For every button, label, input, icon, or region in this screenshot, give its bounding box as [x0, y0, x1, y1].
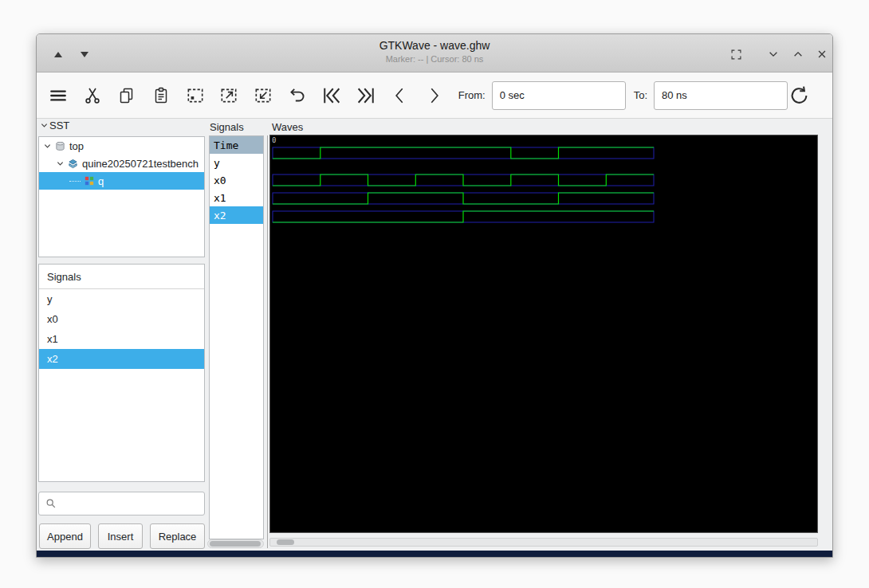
action-buttons: Append Insert Replace: [39, 523, 205, 549]
search-input[interactable]: [57, 492, 204, 515]
signals-frame-label: Signals: [210, 121, 244, 133]
titlebar[interactable]: GTKWave - wave.ghw Marker: -- | Cursor: …: [37, 34, 832, 73]
collapse-chevron-icon: [41, 122, 48, 129]
insert-button[interactable]: Insert: [98, 523, 143, 549]
copy-icon: [117, 86, 136, 105]
marker-cursor-status: Marker: -- | Cursor: 80 ns: [37, 54, 832, 64]
signals-list-header: Signals: [39, 265, 204, 289]
wave-row-label-x2[interactable]: x2: [210, 206, 263, 224]
svg-text:0: 0: [272, 136, 276, 144]
from-label: From:: [458, 89, 486, 101]
zoom-fit-icon: [185, 85, 206, 106]
zoom-out-icon: [253, 85, 273, 106]
list-item-x2[interactable]: x2: [39, 349, 204, 369]
cut-button[interactable]: [81, 82, 104, 109]
chevron-up-icon[interactable]: [791, 47, 805, 61]
skip-to-end-button[interactable]: [354, 82, 377, 109]
scrollbar-thumb[interactable]: [277, 539, 294, 545]
scrollbar-thumb[interactable]: [210, 541, 261, 547]
prev-edge-icon: [390, 85, 411, 106]
tree-item-q[interactable]: q: [39, 172, 204, 190]
window-bottom-edge: [37, 551, 832, 557]
sst-tree: top quine20250721testbench q: [38, 136, 205, 257]
zoom-in-icon: [218, 85, 239, 106]
tree-connector: [69, 181, 81, 182]
signal-name-panel: Time y x0 x1 x2: [209, 135, 264, 539]
window-title: GTKWave - wave.ghw: [37, 39, 832, 52]
cut-icon: [83, 86, 102, 105]
menu-icon: [48, 85, 69, 106]
wave-canvas[interactable]: 0: [269, 135, 818, 533]
scope-icon: [55, 141, 65, 151]
from-input[interactable]: [492, 81, 626, 110]
search-icon: [45, 498, 57, 509]
skip-end-icon: [355, 84, 377, 107]
append-button[interactable]: Append: [39, 523, 91, 549]
undo-button[interactable]: [286, 82, 309, 109]
tree-item-testbench[interactable]: quine20250721testbench: [39, 155, 204, 172]
reload-button[interactable]: [788, 82, 811, 109]
time-header: Time: [210, 136, 263, 154]
toolbar: From: To:: [37, 73, 832, 119]
next-edge-icon: [423, 85, 444, 106]
list-item-y[interactable]: y: [39, 289, 204, 309]
sst-signals-box: Signals y x0 x1 x2: [38, 264, 205, 482]
main-content: SST top quine20250721testbench q Signals: [37, 119, 832, 552]
waves-frame-label: Waves: [272, 121, 303, 133]
zoom-out-button[interactable]: [252, 82, 275, 109]
wave-hscrollbar[interactable]: [269, 538, 818, 547]
gtkwave-window: GTKWave - wave.ghw Marker: -- | Cursor: …: [36, 33, 833, 558]
zoom-fit-button[interactable]: [183, 82, 206, 109]
to-input[interactable]: [654, 81, 788, 110]
tree-item-top[interactable]: top: [39, 137, 204, 155]
reload-icon: [788, 84, 811, 108]
skip-start-icon: [320, 84, 343, 107]
module-icon: [68, 159, 78, 169]
menu-button[interactable]: [47, 82, 70, 109]
sst-frame-label[interactable]: SST: [41, 120, 69, 131]
copy-button[interactable]: [116, 82, 139, 109]
list-item-x1[interactable]: x1: [39, 329, 204, 349]
skip-to-start-button[interactable]: [320, 82, 344, 109]
expander-icon: [57, 160, 64, 167]
to-label: To:: [634, 89, 647, 101]
replace-button[interactable]: Replace: [150, 523, 205, 549]
expander-icon: [44, 143, 51, 150]
undo-icon: [287, 85, 308, 106]
restore-icon[interactable]: [729, 47, 743, 61]
wave-row-label-x1[interactable]: x1: [210, 189, 263, 206]
chevron-down-icon[interactable]: [766, 47, 781, 61]
list-item-x0[interactable]: x0: [39, 309, 204, 329]
paste-button[interactable]: [149, 82, 172, 109]
signal-search-box[interactable]: [38, 492, 205, 515]
prev-edge-button[interactable]: [388, 82, 411, 109]
signal-panel-hscrollbar[interactable]: [207, 539, 264, 548]
wave-row-label-x0[interactable]: x0: [210, 171, 263, 189]
paste-icon: [151, 86, 171, 105]
zoom-in-button[interactable]: [218, 82, 241, 109]
close-icon[interactable]: [815, 47, 829, 61]
signal-icon: [85, 176, 94, 186]
next-edge-button[interactable]: [423, 82, 446, 109]
wave-row-label-y[interactable]: y: [210, 154, 263, 171]
